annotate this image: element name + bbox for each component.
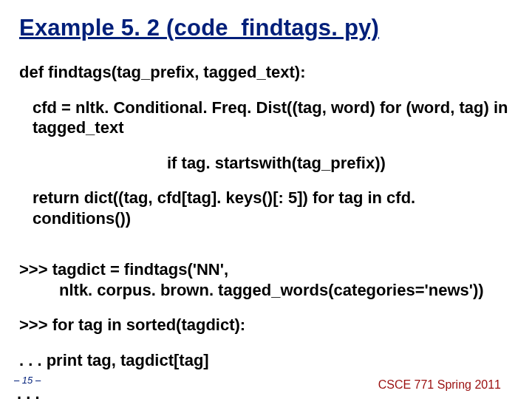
code-line-tagdict1: >>> tagdict = findtags('NN', xyxy=(19,259,513,280)
code-line-def: def findtags(tag_prefix, tagged_text): xyxy=(19,62,513,83)
slide-body: def findtags(tag_prefix, tagged_text): c… xyxy=(19,62,513,370)
code-line-if: if tag. startswith(tag_prefix)) xyxy=(19,153,513,174)
code-line-cfd: cfd = nltk. Conditional. Freq. Dist((tag… xyxy=(19,98,513,138)
code-line-tagdict2: nltk. corpus. brown. tagged_words(catego… xyxy=(19,280,513,301)
code-line-for: >>> for tag in sorted(tagdict): xyxy=(19,315,513,335)
slide: Example 5. 2 (code_findtags. py) def fin… xyxy=(0,0,532,399)
code-line-return: return dict((tag, cfd[tag]. keys()[: 5])… xyxy=(19,188,513,228)
course-footer: CSCE 771 Spring 2011 xyxy=(378,378,501,392)
code-line-print: . . . print tag, tagdict[tag] xyxy=(19,350,513,371)
slide-title: Example 5. 2 (code_findtags. py) xyxy=(19,15,513,41)
code-line-dots: . . . xyxy=(17,384,40,399)
